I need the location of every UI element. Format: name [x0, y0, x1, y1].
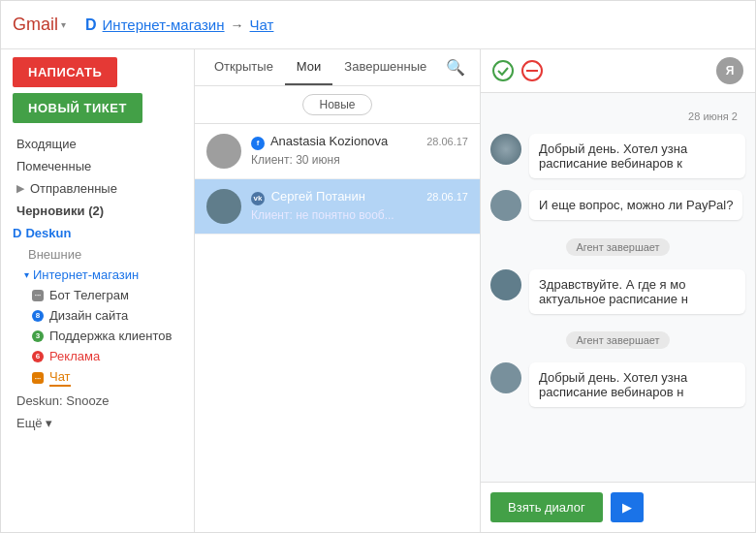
- chat-icon: ···: [32, 372, 44, 384]
- message-row: Здравствуйте. А где я мо актуальное расп…: [490, 269, 745, 314]
- agent-label-row: Агент завершает: [490, 326, 745, 355]
- check-icon[interactable]: [492, 60, 514, 81]
- gmail-label: Gmail: [13, 15, 58, 35]
- message-bubble: Добрый день. Хотел узна расписание вебин…: [529, 362, 745, 407]
- sidebar-item-chat[interactable]: ··· Чат: [1, 366, 194, 390]
- chat-label: Чат: [49, 369, 71, 387]
- design-icon: 8: [32, 310, 44, 322]
- breadcrumb: D Интернет-магазин → Чат: [85, 16, 273, 34]
- top-bar: Gmail ▾ D Интернет-магазин → Чат: [1, 1, 755, 49]
- deskun-label: Deskun: [25, 226, 71, 240]
- ticket-date: 28.06.17: [426, 191, 468, 203]
- tab-open[interactable]: Открытые: [203, 49, 285, 85]
- external-label: Внешние: [28, 247, 81, 262]
- message-row: Добрый день. Хотел узна расписание вебин…: [490, 362, 745, 407]
- gmail-dropdown-arrow[interactable]: ▾: [61, 19, 66, 30]
- more-label: Ещё ▾: [16, 416, 52, 430]
- compose-button[interactable]: НАПИСАТЬ: [13, 57, 117, 87]
- new-badge: Новые: [302, 94, 371, 115]
- internet-shop-label: Интернет-магазин: [33, 267, 139, 282]
- chat-toolbar: Я: [481, 49, 755, 93]
- deskun-icon: D: [13, 226, 21, 240]
- sidebar-deskun-snooze[interactable]: Deskun: Snooze: [1, 390, 194, 412]
- starred-label: Помеченные: [16, 159, 91, 173]
- gmail-logo[interactable]: Gmail ▾: [13, 15, 66, 35]
- sidebar-item-sent[interactable]: ▶ Отправленные: [1, 177, 194, 200]
- breadcrumb-chat-link[interactable]: Чат: [250, 16, 274, 33]
- message-bubble: И еще вопрос, можно ли PayPal?: [529, 190, 742, 220]
- deskun-snooze-label: Deskun: Snooze: [16, 393, 109, 408]
- inbox-label: Входящие: [16, 137, 77, 151]
- breadcrumb-store-link[interactable]: Интернет-магазин: [103, 16, 225, 33]
- chat-panel: Я 28 июня 2 Добрый день. Хотел узна расп…: [481, 49, 755, 532]
- user-avatar: Я: [716, 57, 743, 84]
- message-avatar: [490, 269, 521, 300]
- ads-label: Реклама: [49, 349, 100, 363]
- message-row: Добрый день. Хотел узна расписание вебин…: [490, 134, 745, 178]
- support-label: Поддержка клиентов: [49, 329, 172, 343]
- new-ticket-button[interactable]: НОВЫЙ ТИКЕТ: [13, 93, 142, 123]
- ticket-item[interactable]: vk Сергей Потанин 28.06.17 Клиент: не по…: [195, 179, 480, 235]
- sent-label: Отправленные: [30, 181, 117, 196]
- ban-icon[interactable]: [521, 60, 543, 81]
- sidebar-item-ads[interactable]: 6 Реклама: [1, 346, 194, 366]
- deskun-d-icon: D: [85, 16, 97, 34]
- ticket-list-panel: Открытые Мои Завершенные 🔍 Новые f Anast…: [195, 49, 481, 532]
- support-icon: 3: [32, 330, 44, 342]
- date-divider: 28 июня 2: [490, 107, 745, 126]
- agent-label: Агент завершает: [566, 331, 669, 349]
- design-label: Дизайн сайта: [49, 308, 128, 323]
- avatar: [206, 189, 241, 224]
- vk-icon: vk: [251, 192, 265, 205]
- message-row: И еще вопрос, можно ли PayPal?: [490, 190, 745, 221]
- message-bubble: Здравствуйте. А где я мо актуальное расп…: [529, 269, 745, 314]
- sidebar: НАПИСАТЬ НОВЫЙ ТИКЕТ Входящие Помеченные…: [1, 49, 195, 532]
- sidebar-item-design[interactable]: 8 Дизайн сайта: [1, 305, 194, 326]
- sidebar-item-external[interactable]: Внешние: [1, 244, 194, 265]
- tab-completed[interactable]: Завершенные: [332, 49, 438, 85]
- sidebar-more[interactable]: Ещё ▾: [1, 412, 194, 434]
- ticket-info: f Anastasia Kozionova 28.06.17 Клиент: 3…: [251, 134, 468, 167]
- svg-point-0: [493, 61, 513, 80]
- chat-footer: Взять диалог ▶: [481, 482, 755, 532]
- ticket-item[interactable]: f Anastasia Kozionova 28.06.17 Клиент: 3…: [195, 124, 480, 179]
- message-bubble: Добрый день. Хотел узна расписание вебин…: [529, 134, 745, 178]
- sidebar-item-deskun[interactable]: D Deskun: [1, 222, 194, 244]
- ticket-tabs: Открытые Мои Завершенные 🔍: [195, 49, 480, 86]
- bot-telegram-label: Бот Телеграм: [49, 288, 129, 302]
- sidebar-item-support[interactable]: 3 Поддержка клиентов: [1, 326, 194, 346]
- sidebar-item-bot-telegram[interactable]: ··· Бот Телеграм: [1, 285, 194, 305]
- breadcrumb-arrow: →: [231, 17, 244, 33]
- ticket-date: 28.06.17: [426, 136, 468, 147]
- ticket-name: vk Сергей Потанин: [251, 189, 365, 205]
- search-icon[interactable]: 🔍: [438, 50, 473, 84]
- ads-icon: 6: [32, 351, 44, 362]
- drafts-label: Черновики (2): [16, 204, 104, 218]
- sidebar-item-drafts[interactable]: Черновики (2): [1, 200, 194, 222]
- sidebar-item-internet-shop[interactable]: ▾ Интернет-магазин: [1, 265, 194, 285]
- chat-messages: 28 июня 2 Добрый день. Хотел узна распис…: [481, 93, 755, 482]
- avatar: [206, 134, 241, 169]
- ticket-name: f Anastasia Kozionova: [251, 134, 388, 150]
- new-section: Новые: [195, 86, 480, 124]
- sidebar-item-inbox[interactable]: Входящие: [1, 133, 194, 155]
- agent-label: Агент завершает: [566, 238, 669, 256]
- agent-label-row: Агент завершает: [490, 233, 745, 262]
- bot-telegram-icon: ···: [32, 290, 44, 301]
- message-avatar: [490, 362, 521, 393]
- message-avatar: [490, 190, 521, 221]
- ticket-preview: Клиент: не понятно вооб...: [251, 208, 468, 222]
- facebook-icon: f: [251, 137, 265, 150]
- take-dialog-button[interactable]: Взять диалог: [490, 492, 603, 522]
- ticket-info: vk Сергей Потанин 28.06.17 Клиент: не по…: [251, 189, 468, 222]
- message-avatar: [490, 134, 521, 165]
- sidebar-item-starred[interactable]: Помеченные: [1, 155, 194, 177]
- ticket-preview: Клиент: 30 июня: [251, 153, 468, 167]
- footer-blue-button[interactable]: ▶: [611, 492, 644, 522]
- tab-mine[interactable]: Мои: [285, 49, 332, 85]
